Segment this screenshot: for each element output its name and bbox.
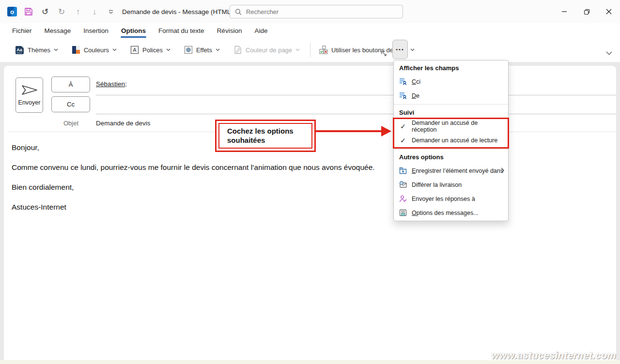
effects-icon [184, 46, 193, 54]
direct-replies-icon [399, 195, 407, 203]
annotation-text: Cochez les options souhaitées [218, 123, 312, 149]
menu-item-options-messages[interactable]: Options des messages... [394, 206, 508, 220]
page-color-icon [233, 46, 242, 54]
menu-separator [394, 149, 508, 149]
tab-fichier[interactable]: Fichier [6, 25, 38, 37]
fonts-label: Polices [142, 46, 163, 54]
quick-access-toolbar: o ↺ ↻ ↑ ↓ [0, 6, 116, 17]
outlook-message-window: o ↺ ↻ ↑ ↓ Demande de devis - Message (HT… [0, 0, 620, 364]
menu-item-accuse-reception[interactable]: ✓ Demander un accusé de réception [394, 119, 508, 133]
more-commands-button[interactable]: ••• [392, 40, 408, 59]
page-color-button: Couleur de page [229, 43, 304, 57]
tab-format-du-texte[interactable]: Format du texte [152, 25, 211, 37]
annotation-box: Cochez les options souhaitées [215, 120, 316, 152]
check-icon: ✓ [399, 122, 407, 130]
menu-item-enregistrer-element[interactable]: Enregistrer l’élément envoyé dans [394, 164, 508, 178]
tab-options[interactable]: Options [115, 25, 152, 37]
colors-label: Couleurs [84, 46, 109, 54]
chevron-down-icon [166, 48, 170, 51]
options-overflow-menu: Afficher les champs Cci De Suivi ✓ Deman… [393, 60, 509, 221]
menu-item-differer-livraison[interactable]: Différer la livraison [394, 178, 508, 192]
send-button[interactable]: Envoyer [16, 77, 43, 113]
subject-field[interactable]: Demande de devis [96, 120, 151, 127]
ribbon: Aa Thèmes Couleurs A Polices Effets Coul… [4, 38, 616, 62]
svg-text:A: A [133, 47, 137, 53]
voting-buttons-icon [319, 46, 328, 55]
delay-delivery-icon [399, 181, 407, 189]
tab-message[interactable]: Message [38, 25, 78, 37]
dialog-launcher-icon[interactable] [381, 50, 388, 58]
to-button[interactable]: À [51, 76, 90, 92]
effects-button[interactable]: Effets [180, 43, 224, 57]
menu-item-envoyer-reponses[interactable]: Envoyer les réponses à [394, 192, 508, 206]
window-title: Demande de devis - Message (HTML) [122, 8, 233, 15]
chevron-down-icon [410, 48, 415, 51]
themes-button[interactable]: Aa Thèmes [11, 43, 62, 58]
colors-button[interactable]: Couleurs [67, 43, 121, 57]
cc-button[interactable]: Cc [51, 96, 90, 112]
save-sent-item-icon [399, 167, 407, 175]
chevron-down-icon [112, 48, 117, 51]
send-icon [21, 85, 38, 95]
undo-icon[interactable]: ↺ [40, 6, 50, 17]
menu-item-cci[interactable]: Cci [394, 75, 508, 89]
ribbon-tab-bar: Fichier Message Insertion Options Format… [0, 23, 620, 38]
menu-separator [394, 104, 508, 105]
fonts-button[interactable]: A Polices [126, 43, 175, 57]
colors-icon [72, 46, 80, 54]
show-field-icon [399, 92, 407, 100]
save-icon[interactable] [23, 6, 34, 17]
customize-toolbar-chevron-icon[interactable] [106, 6, 116, 17]
menu-item-accuse-lecture[interactable]: ✓ Demander un accusé de lecture [394, 133, 508, 147]
page-color-label: Couleur de page [246, 46, 292, 54]
annotation-arrow-head-icon [381, 126, 391, 136]
menu-section-header: Suivi [394, 106, 508, 119]
menu-section-header: Afficher les champs [394, 61, 508, 75]
subject-label: Objet [63, 120, 78, 127]
collapse-ribbon-chevron-icon[interactable] [606, 51, 612, 55]
check-icon: ✓ [399, 136, 407, 144]
restore-button[interactable] [575, 0, 598, 23]
previous-item-icon: ↑ [73, 6, 83, 17]
fonts-icon: A [130, 46, 139, 54]
recipient-chip[interactable]: Sébastien; [96, 80, 127, 88]
chevron-down-icon [295, 48, 300, 51]
themes-label: Thèmes [28, 46, 50, 54]
chevron-down-icon [54, 48, 58, 51]
window-controls [553, 0, 620, 23]
show-field-icon [399, 78, 407, 86]
annotation-arrow-line [315, 130, 382, 132]
next-item-icon: ↓ [89, 6, 100, 17]
menu-section-header: Autres options [394, 151, 508, 164]
send-label: Envoyer [18, 99, 41, 106]
tab-revision[interactable]: Révision [211, 25, 248, 37]
search-icon [235, 8, 242, 15]
ribbon-separator [310, 43, 310, 57]
tab-aide[interactable]: Aide [248, 25, 274, 37]
watermark: www.astucesinternet.com [492, 350, 617, 361]
minimize-button[interactable] [553, 0, 575, 23]
search-input[interactable] [246, 8, 398, 15]
chevron-down-icon [216, 48, 220, 51]
close-button[interactable] [598, 0, 620, 23]
outlook-app-icon: o [7, 6, 17, 17]
tab-insertion[interactable]: Insertion [77, 25, 115, 37]
svg-text:Aa: Aa [16, 47, 22, 52]
search-box[interactable] [230, 5, 403, 18]
themes-icon: Aa [15, 46, 24, 55]
title-bar: o ↺ ↻ ↑ ↓ Demande de devis - Message (HT… [0, 0, 620, 23]
effects-label: Effets [196, 46, 212, 54]
to-field-underline[interactable] [96, 95, 616, 95]
redo-icon: ↻ [56, 6, 67, 17]
message-options-icon [399, 209, 407, 217]
submenu-chevron-icon [501, 167, 504, 173]
menu-item-de[interactable]: De [394, 89, 508, 103]
cc-field-underline[interactable] [96, 114, 616, 114]
